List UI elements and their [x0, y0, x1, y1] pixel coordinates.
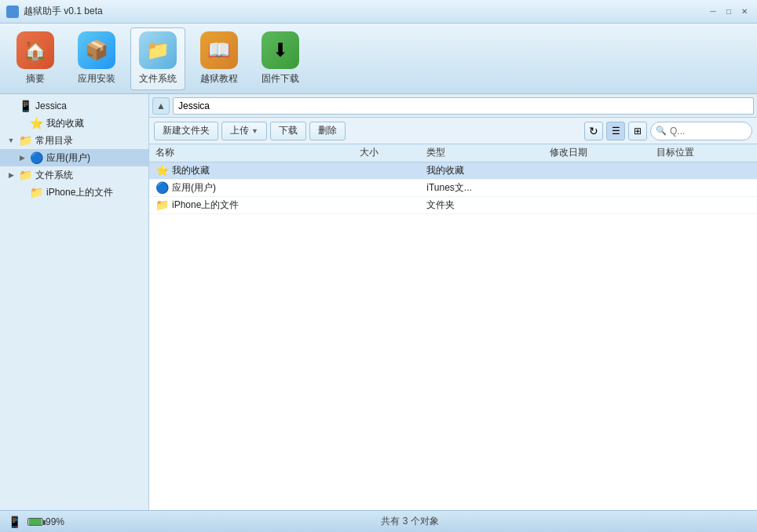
upload-label: 上传	[230, 124, 249, 137]
col-header-modified[interactable]: 修改日期	[543, 144, 650, 162]
file-type: 我的收藏	[420, 162, 543, 179]
file-target	[650, 162, 757, 179]
search-wrapper: 🔍	[650, 122, 752, 140]
grid-view-icon: ⊞	[634, 126, 642, 137]
tutorial-toolbar-label: 越狱教程	[200, 72, 238, 86]
sidebar-item-device[interactable]: 📱 Jessica	[0, 97, 148, 115]
table-row[interactable]: 📁iPhone上的文件文件夹	[149, 196, 757, 213]
file-name-cell: ⭐我的收藏	[149, 162, 353, 179]
favorites-tree-icon: ⭐	[30, 117, 43, 129]
file-name-cell: 📁iPhone上的文件	[149, 196, 353, 213]
file-name: iPhone上的文件	[172, 199, 239, 212]
download-button[interactable]: 下载	[270, 122, 306, 140]
battery-indicator: 99%	[27, 516, 64, 527]
file-modified	[543, 179, 650, 196]
file-modified	[543, 162, 650, 179]
new-folder-label: 新建文件夹	[163, 124, 210, 137]
main-area: 📱 Jessica ⭐我的收藏▼📁常用目录▶🔵应用(用户)▶📁文件系统📁iPho…	[0, 94, 757, 510]
file-table-body: ⭐我的收藏我的收藏🔵应用(用户)iTunes文...📁iPhone上的文件文件夹	[149, 162, 757, 213]
up-arrow-icon: ▲	[156, 100, 166, 111]
favorites-tree-label: 我的收藏	[46, 117, 84, 130]
file-name: 应用(用户)	[172, 181, 216, 195]
filesystem-tree-icon: 📁	[19, 169, 32, 181]
sidebar-item-iphone-files[interactable]: 📁iPhone上的文件	[0, 184, 148, 201]
delete-button[interactable]: 删除	[309, 122, 346, 140]
filesystem-toolbar-icon: 📁	[139, 31, 177, 69]
file-target	[650, 196, 757, 213]
common-tree-label: 常用目录	[35, 134, 73, 148]
list-view-button[interactable]: ☰	[606, 122, 625, 140]
col-header-name[interactable]: 名称	[149, 144, 353, 162]
close-button[interactable]: ✕	[738, 5, 751, 18]
battery-fill	[29, 519, 42, 525]
address-bar: ▲	[149, 94, 757, 118]
sidebar-item-common[interactable]: ▼📁常用目录	[0, 132, 148, 149]
toolbar-item-tutorial[interactable]: 📖越狱教程	[192, 27, 247, 90]
upload-button[interactable]: 上传 ▼	[221, 122, 267, 140]
battery-icon	[27, 518, 43, 526]
maximize-button[interactable]: □	[722, 5, 735, 18]
file-type: iTunes文...	[420, 179, 543, 196]
titlebar: 越狱助手 v0.1 beta ─ □ ✕	[0, 0, 757, 24]
tree-toggle-filesystem: ▶	[6, 170, 16, 180]
file-name-cell: 🔵应用(用户)	[149, 179, 353, 196]
download-label: 下载	[279, 124, 298, 137]
file-list: 名称 大小 类型 修改日期 目标位置 ⭐我的收藏我的收藏🔵应用(用户)iTune…	[149, 144, 757, 510]
iphone-files-tree-label: iPhone上的文件	[46, 186, 113, 199]
search-input[interactable]	[650, 122, 752, 140]
apps-tree-icon: 🔵	[30, 151, 43, 164]
file-size	[353, 162, 420, 179]
toolbar-item-appinstall[interactable]: 📦应用安装	[69, 27, 124, 90]
toolbar-item-summary[interactable]: 🏠摘要	[8, 27, 63, 90]
sidebar-item-favorites[interactable]: ⭐我的收藏	[0, 115, 148, 132]
filesystem-toolbar-label: 文件系统	[139, 72, 177, 86]
toolbar-item-firmware[interactable]: ⬇固件下载	[253, 27, 308, 90]
file-panel: ▲ 新建文件夹 上传 ▼ 下载 删除 ↻ ☰	[149, 94, 757, 510]
table-row[interactable]: ⭐我的收藏我的收藏	[149, 162, 757, 179]
col-header-type[interactable]: 类型	[420, 144, 543, 162]
file-name: 我的收藏	[172, 164, 210, 177]
grid-view-button[interactable]: ⊞	[628, 122, 647, 140]
delete-label: 删除	[318, 124, 337, 137]
toolbar-item-filesystem[interactable]: 📁文件系统	[130, 27, 185, 90]
status-bar: 📱 99% 共有 3 个对象	[0, 510, 757, 532]
summary-toolbar-icon: 🏠	[16, 31, 54, 69]
summary-toolbar-label: 摘要	[26, 72, 45, 86]
device-label: Jessica	[35, 100, 67, 111]
action-bar: 新建文件夹 上传 ▼ 下载 删除 ↻ ☰ ⊞ 🔍	[149, 118, 757, 144]
sidebar-item-apps[interactable]: ▶🔵应用(用户)	[0, 149, 148, 166]
file-target	[650, 179, 757, 196]
col-header-target[interactable]: 目标位置	[650, 144, 757, 162]
main-toolbar: 🏠摘要📦应用安装📁文件系统📖越狱教程⬇固件下载	[0, 24, 757, 94]
firmware-toolbar-icon: ⬇	[261, 31, 299, 69]
tree-toggle-iphone-files	[17, 188, 27, 197]
list-view-icon: ☰	[612, 126, 620, 137]
object-count: 共有 3 个对象	[71, 515, 749, 528]
tree-toggle-favorites	[17, 118, 27, 128]
table-row[interactable]: 🔵应用(用户)iTunes文...	[149, 179, 757, 196]
appinstall-toolbar-icon: 📦	[78, 31, 115, 69]
tree-toggle-apps: ▶	[17, 153, 27, 162]
window-title: 越狱助手 v0.1 beta	[24, 5, 707, 18]
refresh-icon: ↻	[589, 125, 598, 137]
file-modified	[543, 196, 650, 213]
navigate-up-button[interactable]: ▲	[152, 97, 170, 115]
apps-tree-label: 应用(用户)	[46, 151, 90, 165]
file-icon: 📁	[155, 199, 169, 211]
window-controls: ─ □ ✕	[707, 5, 751, 18]
file-table: 名称 大小 类型 修改日期 目标位置 ⭐我的收藏我的收藏🔵应用(用户)iTune…	[149, 144, 757, 214]
device-status-icon: 📱	[8, 516, 21, 528]
address-input[interactable]	[173, 97, 754, 115]
file-icon: 🔵	[155, 181, 169, 194]
minimize-button[interactable]: ─	[707, 5, 719, 18]
col-header-size[interactable]: 大小	[353, 144, 420, 162]
table-header-row: 名称 大小 类型 修改日期 目标位置	[149, 144, 757, 162]
sidebar: 📱 Jessica ⭐我的收藏▼📁常用目录▶🔵应用(用户)▶📁文件系统📁iPho…	[0, 94, 149, 510]
tutorial-toolbar-icon: 📖	[200, 31, 238, 69]
appinstall-toolbar-label: 应用安装	[78, 72, 115, 86]
tree-toggle-device	[6, 101, 16, 111]
refresh-button[interactable]: ↻	[584, 122, 603, 140]
file-icon: ⭐	[155, 164, 169, 177]
new-folder-button[interactable]: 新建文件夹	[154, 122, 218, 140]
sidebar-item-filesystem[interactable]: ▶📁文件系统	[0, 166, 148, 184]
